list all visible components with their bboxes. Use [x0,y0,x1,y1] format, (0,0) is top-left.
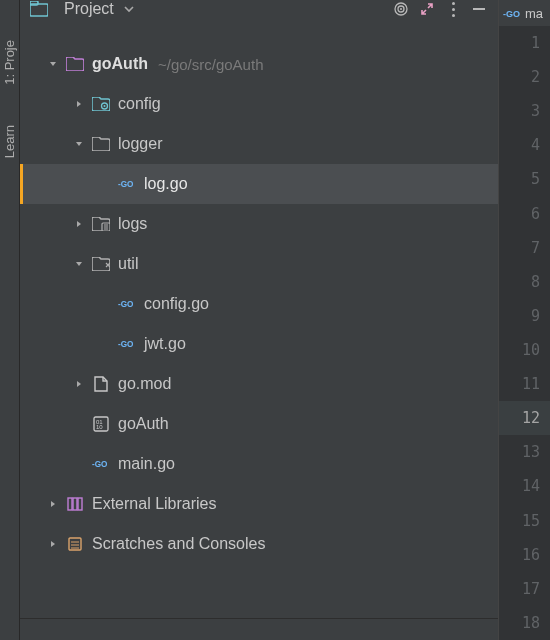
line-number: 18 [499,606,550,640]
line-number: 6 [499,197,550,231]
folder-excluded-icon [92,215,110,233]
status-bar [20,618,498,640]
tree-root-path: ~/go/src/goAuth [158,56,263,73]
line-number: 9 [499,299,550,333]
line-number: 3 [499,94,550,128]
line-number: 8 [499,265,550,299]
line-number: 12 [499,401,550,435]
tree-item-config[interactable]: config [20,84,498,124]
line-number: 10 [499,333,550,367]
editor-edge: -GO ma 123456789101112131415161718 [498,0,550,640]
tree-item-go-mod[interactable]: go.mod [20,364,498,404]
tool-tab-project[interactable]: 1: Proje [2,40,17,85]
project-panel: Project goAuth ~/go/src/goA [20,0,498,640]
chevron-down-icon [72,257,86,271]
project-topbar: Project [20,0,498,26]
go-file-icon: -GO [92,455,110,473]
tree-label: main.go [118,455,175,473]
project-tree: goAuth ~/go/src/goAuth config logger [20,26,498,618]
tree-item-external-libraries[interactable]: External Libraries [20,484,498,524]
line-number: 1 [499,26,550,60]
svg-text:-GO: -GO [118,300,134,309]
editor-tab[interactable]: -GO ma [499,0,550,26]
chevron-right-icon [72,377,86,391]
tree-item-scratches[interactable]: Scratches and Consoles [20,524,498,564]
chevron-down-icon[interactable] [122,2,136,16]
tree-label: config [118,95,161,113]
svg-text:-GO: -GO [503,9,520,18]
go-file-icon: -GO [118,175,136,193]
scratches-icon [66,535,84,553]
svg-text:-GO: -GO [118,340,134,349]
binary-file-icon: 0110 [92,415,110,433]
kebab-icon[interactable] [444,0,462,18]
tree-label: log.go [144,175,188,193]
line-number: 11 [499,367,550,401]
chevron-right-icon [72,97,86,111]
line-number: 17 [499,572,550,606]
line-number: 2 [499,60,550,94]
line-gutter: 123456789101112131415161718 [499,26,550,640]
panel-title: Project [64,0,114,18]
chevron-down-icon [72,137,86,151]
tree-label: goAuth [118,415,169,433]
tree-label: jwt.go [144,335,186,353]
svg-rect-18 [68,498,72,510]
tree-item-goauth-bin[interactable]: 0110 goAuth [20,404,498,444]
svg-text:10: 10 [96,424,103,430]
line-number: 13 [499,435,550,469]
svg-point-6 [104,105,106,107]
folder-config-icon [92,95,110,113]
file-icon [92,375,110,393]
tree-label: logs [118,215,147,233]
svg-text:-GO: -GO [118,180,134,189]
tree-item-main-go[interactable]: -GO main.go [20,444,498,484]
go-file-icon: -GO [118,295,136,313]
tree-item-config-go[interactable]: -GO config.go [20,284,498,324]
svg-rect-1 [30,1,38,5]
chevron-right-icon [46,537,60,551]
expand-icon[interactable] [418,0,436,18]
svg-rect-0 [30,4,48,16]
library-icon [66,495,84,513]
tree-label: config.go [144,295,209,313]
tree-root-label: goAuth [92,55,148,73]
folder-icon [92,255,110,273]
line-number: 14 [499,469,550,503]
folder-icon [92,135,110,153]
chevron-right-icon [72,217,86,231]
line-number: 15 [499,504,550,538]
chevron-down-icon [46,57,60,71]
line-number: 5 [499,162,550,196]
editor-tab-label: ma [525,6,543,21]
tree-label: logger [118,135,162,153]
tree-root-goauth[interactable]: goAuth ~/go/src/goAuth [20,44,498,84]
tree-label: External Libraries [92,495,217,513]
tree-item-log-go[interactable]: -GO log.go [20,164,498,204]
tool-tab-learn[interactable]: Learn [2,125,17,158]
tree-item-logger[interactable]: logger [20,124,498,164]
target-icon[interactable] [392,0,410,18]
minimize-icon[interactable] [470,0,488,18]
line-number: 7 [499,231,550,265]
svg-rect-20 [78,498,82,510]
left-tool-strip: 1: Proje Learn [0,0,20,640]
svg-point-4 [400,8,402,10]
line-number: 16 [499,538,550,572]
go-file-icon: -GO [118,335,136,353]
tree-item-logs[interactable]: logs [20,204,498,244]
line-number: 4 [499,128,550,162]
folder-root-icon [66,55,84,73]
tree-label: Scratches and Consoles [92,535,265,553]
svg-rect-19 [73,498,77,510]
tree-item-jwt-go[interactable]: -GO jwt.go [20,324,498,364]
tree-label: util [118,255,138,273]
svg-text:-GO: -GO [92,460,108,469]
project-icon [30,0,48,18]
tree-label: go.mod [118,375,171,393]
chevron-right-icon [46,497,60,511]
tree-item-util[interactable]: util [20,244,498,284]
